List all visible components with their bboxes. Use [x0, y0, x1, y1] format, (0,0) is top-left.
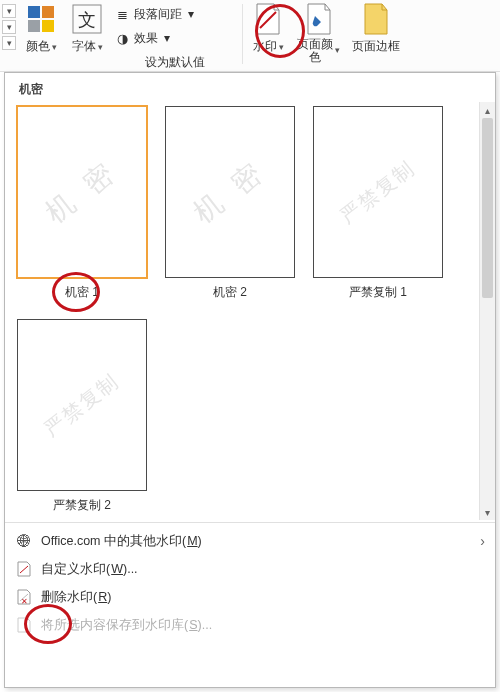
watermark-icon	[251, 2, 285, 36]
watermark-gallery-item[interactable]: 机 密机密 2	[165, 106, 295, 301]
fonts-label: 字体	[72, 38, 96, 55]
menu-label: 将所选内容保存到水印库(S)...	[41, 617, 212, 634]
watermark-label: 水印	[253, 38, 277, 55]
svg-marker-8	[308, 4, 330, 34]
watermark-gallery-label: 机密 1	[65, 284, 99, 301]
ribbon-mini-controls: ▾ ▾ ▾	[2, 0, 18, 50]
svg-rect-2	[28, 20, 40, 32]
svg-marker-9	[365, 4, 387, 34]
menu-more-office-watermarks[interactable]: 🌐︎ Office.com 中的其他水印(M) ›	[5, 527, 495, 555]
svg-rect-0	[28, 6, 40, 18]
effects-icon: ◑	[114, 30, 130, 46]
mini-control[interactable]: ▾	[2, 4, 16, 18]
chevron-down-icon: ▾	[164, 31, 170, 45]
watermark-dropdown-panel: 机密 机 密机密 1机 密机密 2严禁复制严禁复制 1严禁复制严禁复制 2 ▴ …	[4, 72, 496, 688]
fonts-icon: 文	[70, 2, 104, 36]
svg-rect-1	[42, 6, 54, 18]
svg-rect-3	[42, 20, 54, 32]
svg-text:文: 文	[78, 10, 96, 30]
watermark-gallery-label: 机密 2	[213, 284, 247, 301]
menu-remove-watermark[interactable]: ✕ 删除水印(R)	[5, 583, 495, 611]
watermark-gallery-label: 严禁复制 2	[53, 497, 111, 514]
watermark-button[interactable]: 水印▾	[245, 0, 291, 55]
page-remove-icon: ✕	[15, 588, 33, 606]
colors-icon	[24, 2, 58, 36]
paragraph-spacing-button[interactable]: ≣ 段落间距 ▾	[114, 4, 236, 24]
colors-button[interactable]: 颜色▾	[18, 0, 64, 55]
gallery-scrollbar[interactable]: ▴ ▾	[479, 102, 495, 520]
chevron-right-icon: ›	[480, 533, 485, 549]
effects-label: 效果	[134, 30, 158, 47]
page-borders-button[interactable]: 页面边框	[346, 0, 406, 55]
watermark-thumb[interactable]: 严禁复制	[313, 106, 443, 278]
watermark-menu: 🌐︎ Office.com 中的其他水印(M) › 自定义水印(W)... ✕ …	[5, 525, 495, 643]
watermark-gallery: 机 密机密 1机 密机密 2严禁复制严禁复制 1严禁复制严禁复制 2	[17, 106, 487, 514]
watermark-thumb[interactable]: 机 密	[17, 106, 147, 278]
page-borders-icon	[359, 2, 393, 36]
chevron-down-icon: ▾	[188, 7, 194, 21]
ribbon-separator	[242, 4, 243, 64]
scroll-down-icon[interactable]: ▾	[480, 504, 495, 520]
mini-control[interactable]: ▾	[2, 36, 16, 50]
paragraph-spacing-label: 段落间距	[134, 6, 182, 23]
scroll-up-icon[interactable]: ▴	[480, 102, 495, 118]
fonts-button[interactable]: 文 字体▾	[64, 0, 110, 55]
watermark-gallery-label: 严禁复制 1	[349, 284, 407, 301]
watermark-gallery-item[interactable]: 机 密机密 1	[17, 106, 147, 301]
page-color-icon	[302, 2, 336, 36]
page-color-label: 页面颜 色	[297, 38, 333, 64]
watermark-text: 机 密	[186, 152, 274, 232]
watermark-gallery-item[interactable]: 严禁复制严禁复制 1	[313, 106, 443, 301]
menu-save-selection: 将所选内容保存到水印库(S)...	[5, 611, 495, 639]
watermark-gallery-item[interactable]: 严禁复制严禁复制 2	[17, 319, 147, 514]
colors-label: 颜色	[26, 38, 50, 55]
menu-label: Office.com 中的其他水印(M)	[41, 533, 202, 550]
chevron-down-icon: ▾	[279, 42, 284, 52]
scrollbar-track[interactable]	[480, 118, 495, 504]
svg-text:✕: ✕	[21, 597, 28, 605]
scrollbar-thumb[interactable]	[482, 118, 493, 298]
set-default-button[interactable]: 设为默认值	[114, 52, 236, 72]
gallery-wrap: 机 密机密 1机 密机密 2严禁复制严禁复制 1严禁复制严禁复制 2 ▴ ▾	[5, 102, 495, 520]
gallery-section-title: 机密	[5, 73, 495, 102]
ribbon: ▾ ▾ ▾ 颜色▾ 文 字体▾ ≣ 段落间距 ▾ ◑ 效果 ▾ 设为默认值	[0, 0, 500, 72]
menu-label: 删除水印(R)	[41, 589, 111, 606]
page-save-icon	[15, 616, 33, 634]
menu-label: 自定义水印(W)...	[41, 561, 138, 578]
set-default-label: 设为默认值	[145, 54, 205, 71]
watermark-text: 严禁复制	[335, 154, 421, 229]
watermark-text: 严禁复制	[39, 367, 125, 442]
page-icon	[15, 560, 33, 578]
effects-button[interactable]: ◑ 效果 ▾	[114, 28, 236, 48]
mini-control[interactable]: ▾	[2, 20, 16, 34]
paragraph-spacing-icon: ≣	[114, 6, 130, 22]
page-color-button[interactable]: 页面颜 色▾	[291, 0, 346, 64]
watermark-thumb[interactable]: 严禁复制	[17, 319, 147, 491]
watermark-text: 机 密	[38, 152, 126, 232]
svg-marker-15	[18, 618, 30, 632]
page-borders-label: 页面边框	[352, 38, 400, 55]
chevron-down-icon: ▾	[98, 42, 103, 52]
ribbon-mid-group: ≣ 段落间距 ▾ ◑ 效果 ▾ 设为默认值	[110, 0, 240, 72]
chevron-down-icon: ▾	[52, 42, 57, 52]
chevron-down-icon: ▾	[335, 46, 340, 56]
watermark-thumb[interactable]: 机 密	[165, 106, 295, 278]
menu-custom-watermark[interactable]: 自定义水印(W)...	[5, 555, 495, 583]
panel-separator	[5, 522, 495, 523]
globe-icon: 🌐︎	[15, 532, 33, 550]
